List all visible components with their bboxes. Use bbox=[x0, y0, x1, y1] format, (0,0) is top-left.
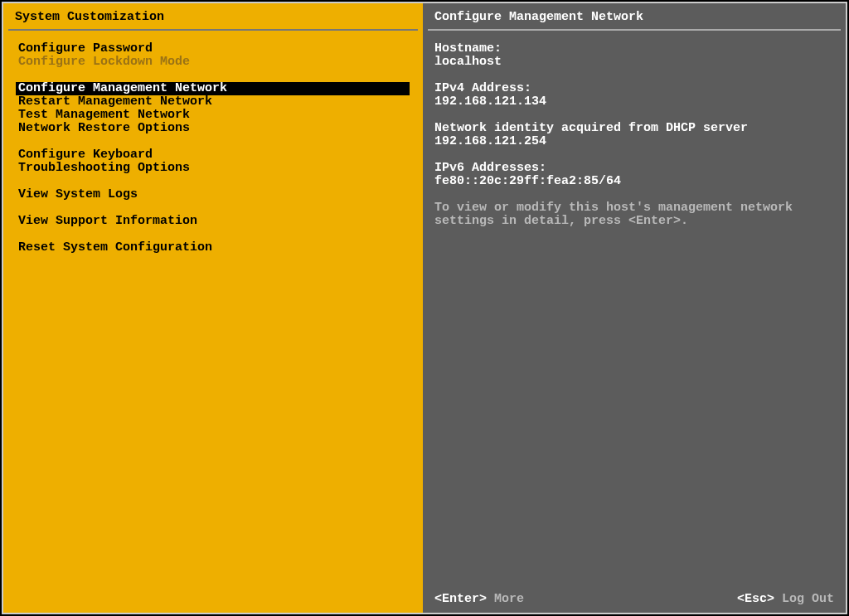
enter-key: <Enter> bbox=[434, 592, 487, 606]
menu-item[interactable]: Configure Management Network bbox=[16, 82, 410, 95]
menu-group: Configure PasswordConfigure Lockdown Mod… bbox=[10, 42, 413, 69]
hint-text: To view or modify this host's management… bbox=[434, 201, 832, 228]
ipv6-value: fe80::20c:29ff:fea2:85/64 bbox=[434, 175, 832, 188]
menu-item[interactable]: Troubleshooting Options bbox=[10, 162, 413, 175]
menu-item[interactable]: Configure Password bbox=[10, 42, 413, 56]
esc-label: Log Out bbox=[782, 592, 834, 606]
hostname-value: localhost bbox=[434, 56, 832, 69]
left-pane: System Customization Configure PasswordC… bbox=[3, 3, 423, 613]
menu-group: Reset System Configuration bbox=[10, 241, 413, 255]
menu-item[interactable]: View Support Information bbox=[10, 215, 413, 228]
ipv4-value: 192.168.121.134 bbox=[434, 95, 832, 109]
dhcp-block: Network identity acquired from DHCP serv… bbox=[434, 122, 832, 148]
footer-esc[interactable]: <Esc> Log Out bbox=[737, 592, 834, 606]
menu-item[interactable]: Restart Management Network bbox=[10, 95, 413, 109]
ipv6-block: IPv6 Addresses: fe80::20c:29ff:fea2:85/6… bbox=[434, 162, 832, 188]
left-title: System Customization bbox=[3, 3, 423, 29]
menu-item[interactable]: Reset System Configuration bbox=[10, 241, 413, 255]
enter-label: More bbox=[494, 592, 524, 606]
menu-item[interactable]: Network Restore Options bbox=[10, 122, 413, 135]
ipv4-block: IPv4 Address: 192.168.121.134 bbox=[434, 82, 832, 109]
dcui-frame: System Customization Configure PasswordC… bbox=[2, 2, 847, 614]
ipv4-label: IPv4 Address: bbox=[434, 82, 832, 95]
footer-enter[interactable]: <Enter> More bbox=[434, 592, 524, 606]
detail-area: Hostname: localhost IPv4 Address: 192.16… bbox=[423, 31, 846, 241]
menu-group: View System Logs bbox=[10, 188, 413, 201]
dhcp-line: Network identity acquired from DHCP serv… bbox=[434, 122, 832, 148]
menu-item[interactable]: View System Logs bbox=[10, 188, 413, 201]
menu-item[interactable]: Test Management Network bbox=[10, 109, 413, 122]
right-pane: Configure Management Network Hostname: l… bbox=[423, 3, 846, 613]
menu-group: Configure Management NetworkRestart Mana… bbox=[10, 82, 413, 135]
right-title: Configure Management Network bbox=[423, 3, 846, 29]
hostname-block: Hostname: localhost bbox=[434, 42, 832, 69]
menu-item[interactable]: Configure Keyboard bbox=[10, 148, 413, 162]
main-menu: Configure PasswordConfigure Lockdown Mod… bbox=[3, 31, 423, 268]
footer-bar: <Enter> More <Esc> Log Out bbox=[423, 587, 846, 613]
hostname-label: Hostname: bbox=[434, 42, 832, 56]
menu-group: Configure KeyboardTroubleshooting Option… bbox=[10, 148, 413, 175]
ipv6-label: IPv6 Addresses: bbox=[434, 162, 832, 175]
menu-group: View Support Information bbox=[10, 215, 413, 228]
menu-item: Configure Lockdown Mode bbox=[10, 56, 413, 69]
esc-key: <Esc> bbox=[737, 592, 774, 606]
